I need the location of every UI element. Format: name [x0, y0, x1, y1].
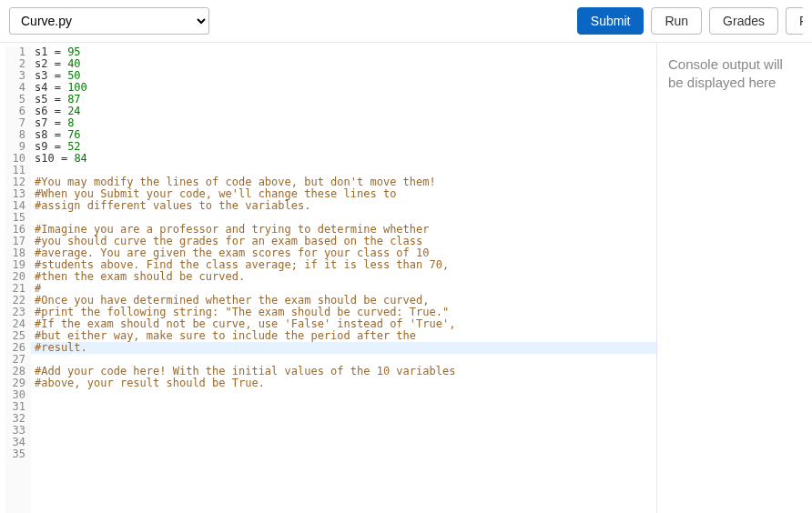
- code-op: =: [55, 152, 75, 165]
- code-comment: #Add your code here! With the initial va…: [35, 365, 455, 377]
- code-comment: #Imagine you are a professor and trying …: [35, 223, 429, 236]
- code-op: =: [47, 93, 67, 106]
- code-num: 8: [67, 116, 74, 129]
- code-var: s6: [35, 105, 47, 117]
- code-line[interactable]: #but either way, make sure to include th…: [31, 330, 656, 342]
- code-var: s2: [35, 57, 47, 70]
- grades-button[interactable]: Grades: [709, 7, 778, 35]
- code-line[interactable]: [31, 389, 656, 401]
- code-line[interactable]: s8 = 76: [31, 129, 656, 141]
- code-num: 40: [67, 57, 80, 70]
- console-panel: Console output will be displayed here: [657, 43, 812, 513]
- code-op: =: [47, 116, 67, 129]
- code-var: s10: [35, 152, 55, 165]
- code-line[interactable]: [31, 437, 656, 448]
- code-line[interactable]: s7 = 8: [31, 117, 656, 129]
- code-comment: #If the exam should not be curve, use 'F…: [35, 317, 455, 330]
- code-line[interactable]: #result.: [31, 342, 656, 354]
- line-gutter: 1234567891011121314151617181920212223242…: [5, 46, 31, 513]
- code-comment: #You may modify the lines of code above,…: [35, 176, 436, 188]
- code-num: 87: [67, 93, 80, 106]
- code-comment: #When you Submit your code, we'll change…: [35, 187, 396, 200]
- code-comment: #then the exam should be curved.: [35, 270, 245, 283]
- code-line[interactable]: s6 = 24: [31, 106, 656, 117]
- code-comment: #you should curve the grades for an exam…: [35, 235, 422, 247]
- code-op: =: [47, 57, 67, 70]
- code-op: =: [47, 69, 67, 82]
- code-line[interactable]: [31, 425, 656, 437]
- code-num: 50: [67, 69, 80, 82]
- code-num: 84: [74, 152, 86, 165]
- code-line[interactable]: s10 = 84: [31, 153, 656, 165]
- code-line[interactable]: #assign different values to the variable…: [31, 200, 656, 212]
- reset-button[interactable]: R: [786, 7, 803, 35]
- code-line[interactable]: s9 = 52: [31, 141, 656, 153]
- code-line[interactable]: [31, 413, 656, 425]
- code-var: s9: [35, 140, 47, 153]
- code-var: s5: [35, 93, 47, 106]
- code-num: 24: [67, 105, 80, 117]
- code-var: s8: [35, 128, 47, 141]
- code-line[interactable]: #then the exam should be curved.: [31, 271, 656, 283]
- code-line[interactable]: s4 = 100: [31, 82, 656, 94]
- editor[interactable]: 1234567891011121314151617181920212223242…: [0, 43, 657, 513]
- code-op: =: [47, 128, 67, 141]
- code-comment: #assign different values to the variable…: [35, 199, 310, 212]
- code-comment: #print the following string: "The exam s…: [35, 306, 449, 318]
- code-comment: #but either way, make sure to include th…: [35, 329, 416, 342]
- file-select[interactable]: Curve.py: [9, 7, 209, 35]
- code-line[interactable]: s5 = 87: [31, 94, 656, 106]
- code-comment: #above, your result should be True.: [35, 377, 265, 389]
- run-button[interactable]: Run: [651, 7, 702, 35]
- code-line[interactable]: s2 = 40: [31, 58, 656, 70]
- code-area[interactable]: s1 = 95s2 = 40s3 = 50s4 = 100s5 = 87s6 =…: [31, 46, 656, 513]
- main-area: 1234567891011121314151617181920212223242…: [0, 43, 812, 513]
- code-num: 76: [67, 128, 80, 141]
- code-op: =: [47, 45, 67, 58]
- code-line[interactable]: s1 = 95: [31, 46, 656, 58]
- code-num: 95: [67, 45, 80, 58]
- code-comment: #result.: [35, 341, 87, 354]
- toolbar: Curve.py Submit Run Grades R: [0, 0, 812, 43]
- code-var: s1: [35, 45, 47, 58]
- code-line[interactable]: [31, 448, 656, 460]
- code-comment: #students above. Find the class average;…: [35, 258, 449, 271]
- line-number: 35: [5, 448, 25, 460]
- code-num: 100: [67, 81, 87, 94]
- code-line[interactable]: [31, 401, 656, 413]
- code-comment: #: [35, 282, 41, 295]
- submit-button[interactable]: Submit: [577, 7, 645, 35]
- code-op: =: [47, 81, 67, 94]
- code-comment: #Once you have determined whether the ex…: [35, 294, 429, 307]
- code-op: =: [47, 105, 67, 117]
- code-comment: #average. You are given the exam scores …: [35, 246, 429, 259]
- code-num: 52: [67, 140, 80, 153]
- code-line[interactable]: #above, your result should be True.: [31, 377, 656, 389]
- code-op: =: [47, 140, 67, 153]
- code-var: s7: [35, 116, 47, 129]
- code-line[interactable]: s3 = 50: [31, 70, 656, 82]
- code-var: s4: [35, 81, 47, 94]
- console-placeholder: Console output will be displayed here: [668, 56, 783, 90]
- code-var: s3: [35, 69, 47, 82]
